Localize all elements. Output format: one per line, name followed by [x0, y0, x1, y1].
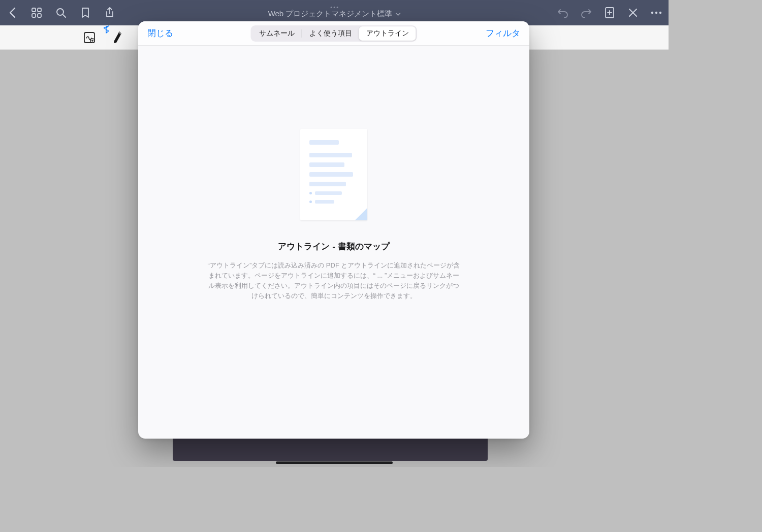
home-indicator[interactable]: [276, 461, 393, 464]
close-button[interactable]: 閉じる: [147, 27, 173, 39]
document-title[interactable]: Web プロジェクトマネジメント標準: [268, 9, 401, 19]
pen-tool-icon[interactable]: [110, 29, 126, 46]
nav-left-group: [6, 7, 116, 19]
filter-button[interactable]: フィルタ: [486, 27, 520, 39]
svg-rect-3: [38, 14, 41, 17]
more-icon[interactable]: [650, 7, 662, 19]
grid-icon[interactable]: [30, 7, 43, 19]
svg-rect-1: [38, 8, 41, 12]
bookmark-icon[interactable]: [79, 7, 91, 19]
close-icon[interactable]: [627, 7, 639, 19]
svg-point-4: [57, 9, 64, 15]
view-segmented-control: サムネール よく使う項目 アウトライン: [251, 25, 417, 42]
modal-header: 閉じる サムネール よく使う項目 アウトライン フィルタ: [138, 21, 529, 46]
svg-point-6: [651, 12, 653, 14]
bluetooth-icon: [104, 25, 109, 35]
scribble-icon[interactable]: [81, 29, 98, 46]
empty-state-description: “アウトライン”タブには読み込み済みの PDF とアウトラインに追加されたページ…: [207, 260, 461, 302]
search-icon[interactable]: [55, 7, 67, 19]
tab-outline[interactable]: アウトライン: [359, 26, 416, 41]
drag-handle-icon: [331, 7, 338, 8]
document-title-text: Web プロジェクトマネジメント標準: [268, 9, 393, 19]
redo-icon[interactable]: [580, 7, 592, 19]
empty-state-title: アウトライン - 書類のマップ: [278, 241, 389, 252]
outline-empty-illustration: [300, 129, 367, 220]
back-icon[interactable]: [6, 7, 18, 19]
tab-favorites[interactable]: よく使う項目: [302, 26, 359, 41]
svg-point-8: [659, 12, 661, 14]
tab-thumbnails[interactable]: サムネール: [252, 26, 302, 41]
outline-modal: 閉じる サムネール よく使う項目 アウトライン フィルタ アウトライン - 書類…: [138, 21, 529, 439]
modal-body: アウトライン - 書類のマップ “アウトライン”タブには読み込み済みの PDF …: [138, 46, 529, 439]
svg-rect-0: [32, 8, 36, 12]
nav-title-area: Web プロジェクトマネジメント標準: [268, 7, 401, 19]
new-page-icon[interactable]: [604, 7, 616, 19]
undo-icon[interactable]: [557, 7, 569, 19]
svg-point-7: [655, 12, 657, 14]
svg-rect-2: [32, 14, 36, 17]
share-icon[interactable]: [104, 7, 116, 19]
nav-right-group: [557, 7, 662, 19]
chevron-down-icon: [395, 13, 400, 16]
